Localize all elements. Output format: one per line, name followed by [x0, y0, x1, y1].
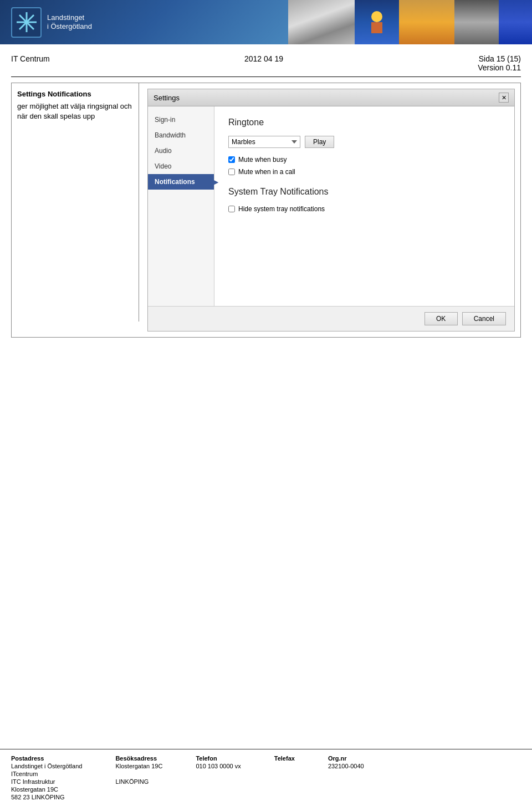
banner-image-2 — [355, 0, 399, 44]
page-number: Sida 15 (15) — [478, 54, 521, 63]
footer-besoksaddress-title: Besöksadress — [115, 755, 162, 762]
footer-orgnr-line1: 232100-0040 — [328, 763, 364, 769]
settings-dialog: Settings ✕ Sign-in Bandwidth Audio Video… — [147, 89, 515, 331]
logo-area: Landstinget i Östergötland — [11, 7, 92, 38]
mute-call-row: Mute when in a call — [228, 168, 500, 176]
play-button[interactable]: Play — [305, 136, 334, 148]
footer-postaddress-line5: 582 23 LINKÖPING — [11, 794, 82, 800]
doc-date: 2012 04 19 — [244, 54, 283, 63]
svg-point-5 — [371, 11, 382, 22]
footer-postaddress-line4: Klostergatan 19C — [11, 786, 82, 793]
nav-item-sign-in[interactable]: Sign-in — [148, 112, 214, 127]
main-layout: Settings Notifications ger möjlighet att… — [11, 83, 521, 338]
nav-item-notifications[interactable]: Notifications — [148, 174, 214, 190]
footer-besoksaddress-line2 — [115, 771, 162, 777]
page-footer: Postadress Landstinget i Östergötland IT… — [0, 749, 532, 806]
logo-text: Landstinget i Östergötland — [47, 13, 92, 30]
settings-titlebar: Settings ✕ — [148, 89, 514, 106]
settings-footer: OK Cancel — [148, 306, 514, 331]
ok-button[interactable]: OK — [424, 312, 458, 325]
hide-tray-label: Hide system tray notifications — [238, 205, 325, 213]
mute-busy-label: Mute when busy — [238, 156, 287, 164]
logo-snowflake-icon — [11, 7, 42, 38]
cancel-button[interactable]: Cancel — [462, 312, 506, 325]
svg-rect-6 — [371, 22, 382, 33]
footer-besoksaddress-line1: Klostergatan 19C — [115, 763, 162, 769]
nav-item-bandwidth[interactable]: Bandwidth — [148, 127, 214, 143]
section-text: ger möjlighet att välja ringsignal och n… — [17, 101, 133, 121]
banner-image-3 — [399, 0, 454, 44]
version-number: Version 0.11 — [478, 63, 521, 72]
org-subtitle: i Östergötland — [47, 22, 92, 31]
settings-body: Sign-in Bandwidth Audio Video Notificati… — [148, 106, 514, 306]
footer-postaddress-title: Postadress — [11, 755, 82, 762]
doc-header: IT Centrum 2012 04 19 Sida 15 (15) Versi… — [11, 50, 521, 77]
footer-telefon-title: Telefon — [196, 755, 241, 762]
footer-orgnr-title: Org.nr — [328, 755, 364, 762]
banner-images — [288, 0, 532, 44]
mute-busy-row: Mute when busy — [228, 156, 500, 164]
footer-telefon-line1: 010 103 0000 vx — [196, 763, 241, 769]
org-name: Landstinget — [47, 13, 92, 22]
settings-main-panel: Ringtone Marbles Default None Play Mut — [214, 106, 514, 306]
ringtone-section-title: Ringtone — [228, 118, 500, 127]
settings-nav: Sign-in Bandwidth Audio Video Notificati… — [148, 106, 214, 306]
settings-dialog-title: Settings — [154, 94, 180, 102]
nav-item-video[interactable]: Video — [148, 159, 214, 174]
footer-besoksaddress-line3: LINKÖPING — [115, 778, 162, 785]
nav-item-audio[interactable]: Audio — [148, 143, 214, 159]
left-description: Settings Notifications ger möjlighet att… — [12, 83, 139, 322]
doc-org: IT Centrum — [11, 54, 50, 63]
footer-orgnr-col: Org.nr 232100-0040 — [328, 755, 364, 800]
section-title: Settings Notifications — [17, 90, 133, 98]
svg-point-4 — [25, 21, 28, 24]
doc-page: Sida 15 (15) Version 0.11 — [478, 54, 521, 72]
ringtone-row: Marbles Default None Play — [228, 136, 500, 148]
system-tray-section-title: System Tray Notifications — [228, 187, 500, 197]
footer-postaddress-col: Postadress Landstinget i Östergötland IT… — [11, 755, 82, 800]
page-wrapper: Landstinget i Östergötland IT Centrum 20… — [0, 0, 532, 806]
mute-call-checkbox[interactable] — [228, 169, 235, 175]
header-banner: Landstinget i Östergötland — [0, 0, 532, 44]
banner-image-1 — [288, 0, 355, 44]
banner-image-4 — [454, 0, 499, 44]
footer-besoksaddress-col: Besöksadress Klostergatan 19C LINKÖPING — [115, 755, 162, 800]
mute-busy-checkbox[interactable] — [228, 156, 235, 163]
footer-postaddress-line1: Landstinget i Östergötland — [11, 763, 82, 769]
footer-telefax-title: Telefax — [274, 755, 295, 762]
footer-postaddress-line2: ITcentrum — [11, 771, 82, 777]
close-button[interactable]: ✕ — [499, 93, 509, 103]
footer-telefax-col: Telefax — [274, 755, 295, 800]
footer-postaddress-line3: ITC Infrastruktur — [11, 778, 82, 785]
banner-image-5 — [499, 0, 532, 44]
hide-tray-row: Hide system tray notifications — [228, 205, 500, 213]
page-content: IT Centrum 2012 04 19 Sida 15 (15) Versi… — [0, 44, 532, 343]
mute-call-label: Mute when in a call — [238, 168, 295, 176]
ringtone-select[interactable]: Marbles Default None — [228, 136, 300, 148]
footer-telefon-col: Telefon 010 103 0000 vx — [196, 755, 241, 800]
hide-tray-checkbox[interactable] — [228, 206, 235, 212]
